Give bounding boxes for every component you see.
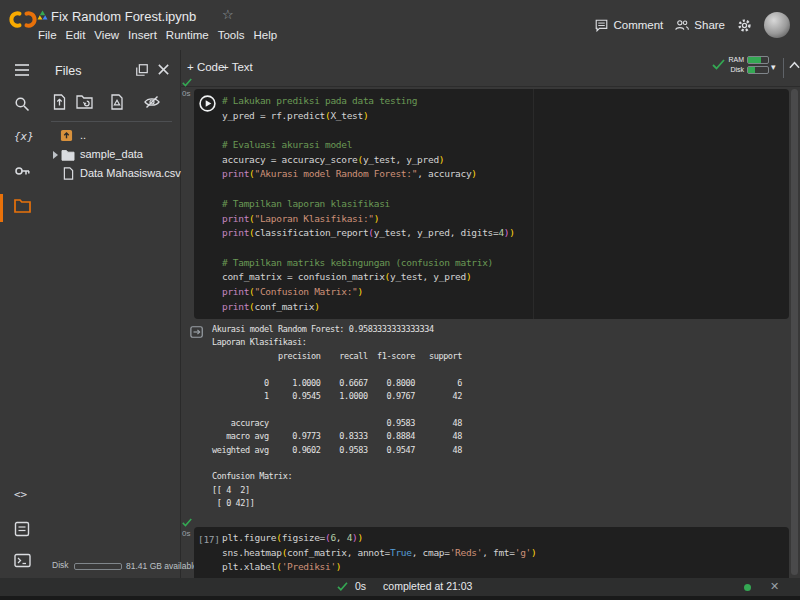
header: Fix Random Forest.ipynb ☆ File Edit View… [0, 0, 800, 50]
comment-button[interactable]: Comment [595, 19, 663, 32]
files-panel: Files .. [47, 50, 181, 578]
editor-divider [533, 89, 534, 319]
tree-item-csv-file[interactable]: Data Mahasiswa.csv [47, 165, 180, 183]
left-rail: {x} <> [0, 50, 47, 578]
share-button[interactable]: Share [675, 19, 725, 31]
vertical-scrollbar[interactable] [791, 89, 798, 575]
tree-item-label: sample_data [80, 148, 143, 160]
code-editor[interactable]: # Lakukan prediksi pada data testingy_pr… [222, 95, 515, 315]
search-icon[interactable] [14, 96, 32, 114]
comment-icon [595, 19, 608, 32]
menu-tools[interactable]: Tools [218, 29, 245, 41]
collapse-toolbar-icon[interactable] [789, 61, 800, 69]
refresh-folder-icon[interactable] [76, 94, 91, 109]
colab-app: Fix Random Forest.ipynb ☆ File Edit View… [0, 0, 800, 600]
connection-dot-icon [744, 584, 751, 591]
secrets-key-icon[interactable] [14, 163, 32, 181]
folder-icon [61, 149, 76, 164]
close-panel-icon[interactable] [157, 63, 172, 78]
menu-insert[interactable]: Insert [128, 29, 157, 41]
status-bar: 0s completed at 21:03 ✕ [0, 578, 800, 596]
add-text-button[interactable]: + Text [222, 61, 253, 73]
tree-item-parent-dir[interactable]: .. [47, 127, 180, 145]
tree-item-label: Data Mahasiswa.csv [80, 167, 181, 179]
table-of-contents-icon[interactable] [14, 63, 32, 81]
resource-labels[interactable]: RAM Disk [727, 55, 744, 75]
status-message: completed at 21:03 [383, 580, 472, 592]
active-section-indicator [0, 194, 3, 222]
header-actions: Comment Share [595, 0, 790, 50]
files-panel-title: Files [55, 64, 81, 78]
ram-label: RAM [727, 55, 744, 65]
drive-icon [37, 10, 48, 20]
menu-view[interactable]: View [94, 29, 119, 41]
tree-item-label: .. [80, 129, 86, 141]
menu-file[interactable]: File [38, 29, 57, 41]
code-cell-2[interactable]: [17] plt.figure(figsize=(6, 4))sns.heatm… [194, 527, 789, 578]
terminal-edge [0, 596, 800, 600]
divider [51, 121, 172, 122]
disk-label: Disk [727, 65, 744, 75]
folder-up-icon [60, 129, 75, 144]
notebook-title[interactable]: Fix Random Forest.ipynb [51, 9, 196, 24]
share-label: Share [694, 19, 725, 31]
command-palette-icon[interactable] [14, 521, 32, 539]
execution-count: [17] [198, 534, 220, 545]
colab-logo-icon[interactable] [8, 9, 38, 30]
menu-bar: File Edit View Insert Runtime Tools Help [38, 29, 277, 41]
menu-help[interactable]: Help [254, 29, 278, 41]
cell-output-text: Akurasi model Random Forest: 0.958333333… [212, 323, 462, 511]
divider [783, 58, 784, 78]
connected-check-icon [712, 59, 725, 70]
disk-usage-bar [747, 66, 769, 74]
file-icon [63, 167, 78, 182]
tree-item-sample-data[interactable]: sample_data [47, 146, 180, 164]
eye-off-icon[interactable] [144, 94, 159, 109]
run-cell-button[interactable] [199, 95, 216, 112]
chevron-right-icon[interactable] [53, 151, 58, 159]
status-exec-time: 0s [355, 580, 366, 592]
disk-label: Disk [52, 560, 69, 570]
disk-usage: Disk 81.41 GB available [52, 560, 178, 572]
success-check-icon [337, 582, 348, 591]
execution-status: 0s completed at 21:03 [337, 580, 472, 592]
settings-gear-icon[interactable] [737, 18, 752, 33]
code-snippets-icon[interactable]: <> [14, 488, 32, 506]
notebook-scroll-area[interactable]: # Lakukan prediksi pada data testingy_pr… [180, 86, 800, 578]
ram-usage-bar [747, 56, 769, 64]
mount-drive-icon[interactable] [110, 94, 125, 109]
people-icon [675, 19, 689, 31]
resources-caret-icon[interactable]: ▾ [771, 62, 776, 72]
code-editor[interactable]: plt.figure(figsize=(6, 4))sns.heatmap(co… [222, 532, 536, 576]
menu-runtime[interactable]: Runtime [166, 29, 209, 41]
main-area: {x} <> Files [0, 50, 800, 578]
close-status-icon[interactable]: ✕ [770, 580, 779, 593]
add-code-button[interactable]: + Code [187, 61, 224, 73]
code-cell-1[interactable]: # Lakukan prediksi pada data testingy_pr… [194, 89, 789, 319]
variables-icon[interactable]: {x} [14, 130, 32, 148]
files-folder-icon[interactable] [14, 198, 32, 216]
terminal-icon[interactable] [14, 553, 32, 571]
star-icon[interactable]: ☆ [222, 7, 234, 22]
comment-label: Comment [613, 19, 663, 31]
notebook-toolbar: + Code + Text RAM Disk ▾ [180, 50, 800, 87]
notebook-area: + Code + Text RAM Disk ▾ [180, 50, 800, 578]
menu-edit[interactable]: Edit [66, 29, 86, 41]
avatar[interactable] [764, 12, 790, 38]
upload-file-icon[interactable] [52, 94, 67, 109]
output-icon[interactable] [190, 325, 204, 339]
open-in-tab-icon[interactable] [135, 63, 150, 78]
disk-usage-bar [74, 563, 122, 570]
